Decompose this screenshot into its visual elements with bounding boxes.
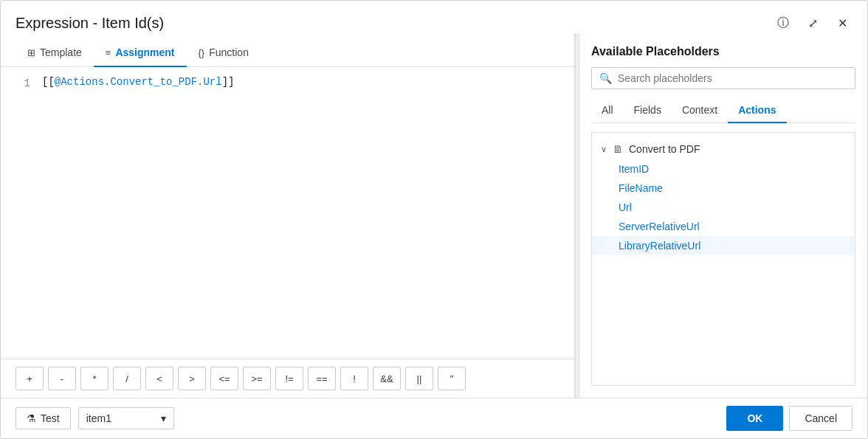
op-gt[interactable]: >: [178, 367, 206, 390]
ptab-actions[interactable]: Actions: [728, 98, 786, 123]
line-numbers: 1: [16, 76, 30, 350]
footer-left: ⚗ Test item1 ▾: [16, 407, 174, 429]
placeholder-item-filename[interactable]: FileName: [592, 179, 855, 198]
right-panel: Available Placeholders 🔍 All Fields Cont…: [579, 33, 867, 398]
at-symbol: @: [55, 76, 61, 88]
op-quote[interactable]: ": [438, 367, 466, 390]
test-button[interactable]: ⚗ Test: [16, 407, 71, 429]
tab-function[interactable]: {} Function: [187, 39, 261, 67]
close-icon: ✕: [838, 16, 847, 30]
op-multiply[interactable]: *: [80, 367, 108, 390]
code-editor[interactable]: 1 [[@Actions.Convert_to_PDF.Url]]: [1, 67, 574, 359]
dialog-body: ⊞ Template ≡ Assignment {} Function 1: [1, 33, 867, 398]
op-not[interactable]: !: [340, 367, 368, 390]
code-content[interactable]: [[@Actions.Convert_to_PDF.Url]]: [42, 76, 559, 350]
expression-dialog: Expression - Item Id(s) ⓘ ⤢ ✕ ⊞ Template: [0, 0, 868, 439]
flask-icon: ⚗: [27, 412, 36, 424]
test-label: Test: [41, 412, 60, 424]
group-convert-to-pdf[interactable]: ∨ 🗎 Convert to PDF: [592, 139, 855, 159]
op-or[interactable]: ||: [405, 367, 433, 390]
line-number-1: 1: [24, 77, 30, 89]
chevron-down-icon: ▾: [161, 412, 166, 424]
item-select-value: item1: [86, 412, 111, 424]
placeholder-item-itemid[interactable]: ItemID: [592, 159, 855, 179]
open-bracket: [[: [42, 76, 55, 88]
op-lte[interactable]: <=: [210, 367, 238, 390]
op-neq[interactable]: !=: [275, 367, 303, 390]
ok-button[interactable]: OK: [726, 406, 783, 431]
template-icon: ⊞: [27, 47, 35, 58]
info-button[interactable]: ⓘ: [773, 13, 793, 33]
group-pdf-icon: 🗎: [613, 143, 623, 155]
search-input[interactable]: [618, 72, 847, 84]
placeholder-tabs: All Fields Context Actions: [591, 98, 855, 123]
function-icon: {}: [199, 47, 205, 58]
operators-bar: + - * / < > <= >= != == ! && || ": [1, 359, 574, 398]
op-lt[interactable]: <: [145, 367, 173, 390]
item-select[interactable]: item1 ▾: [78, 407, 174, 429]
ptab-fields[interactable]: Fields: [624, 98, 672, 123]
search-icon: 🔍: [599, 72, 612, 84]
dialog-title: Expression - Item Id(s): [16, 15, 164, 32]
group-label-convert-to-pdf: Convert to PDF: [629, 143, 700, 155]
assignment-icon: ≡: [106, 47, 111, 58]
dialog-header: Expression - Item Id(s) ⓘ ⤢ ✕: [1, 1, 867, 33]
cancel-button[interactable]: Cancel: [789, 406, 852, 431]
expand-icon: ⤢: [808, 16, 818, 30]
footer-right: OK Cancel: [726, 406, 852, 431]
placeholder-item-url[interactable]: Url: [592, 198, 855, 217]
ptab-context[interactable]: Context: [672, 98, 728, 123]
op-gte[interactable]: >=: [243, 367, 271, 390]
expand-button[interactable]: ⤢: [802, 13, 823, 33]
header-actions: ⓘ ⤢ ✕: [773, 13, 852, 33]
close-bracket: ]]: [222, 76, 235, 88]
op-minus[interactable]: -: [48, 367, 76, 390]
placeholders-title: Available Placeholders: [591, 45, 855, 58]
action-text: Actions.Convert_to_PDF.Url: [61, 76, 221, 88]
tab-assignment-label: Assignment: [115, 46, 174, 58]
code-line-1: [[@Actions.Convert_to_PDF.Url]]: [42, 76, 559, 88]
op-and[interactable]: &&: [373, 367, 401, 390]
chevron-down-icon: ∨: [601, 145, 607, 154]
placeholder-item-libraryrelativeurl[interactable]: LibraryRelativeUrl: [592, 236, 855, 255]
info-icon: ⓘ: [777, 15, 789, 31]
tab-assignment[interactable]: ≡ Assignment: [94, 39, 187, 67]
op-plus[interactable]: +: [16, 367, 44, 390]
placeholder-item-serverrelativeurl[interactable]: ServerRelativeUrl: [592, 217, 855, 236]
op-eq[interactable]: ==: [308, 367, 336, 390]
tab-template-label: Template: [40, 46, 82, 58]
search-box: 🔍: [591, 67, 855, 89]
close-button[interactable]: ✕: [832, 13, 852, 33]
placeholder-list: ∨ 🗎 Convert to PDF ItemID FileName Url S…: [591, 132, 855, 386]
dialog-footer: ⚗ Test item1 ▾ OK Cancel: [1, 398, 867, 438]
tab-template[interactable]: ⊞ Template: [16, 39, 94, 67]
op-divide[interactable]: /: [113, 367, 141, 390]
left-panel: ⊞ Template ≡ Assignment {} Function 1: [1, 33, 575, 398]
tab-function-label: Function: [209, 46, 249, 58]
ptab-all[interactable]: All: [591, 98, 624, 123]
tabs-bar: ⊞ Template ≡ Assignment {} Function: [1, 39, 574, 67]
